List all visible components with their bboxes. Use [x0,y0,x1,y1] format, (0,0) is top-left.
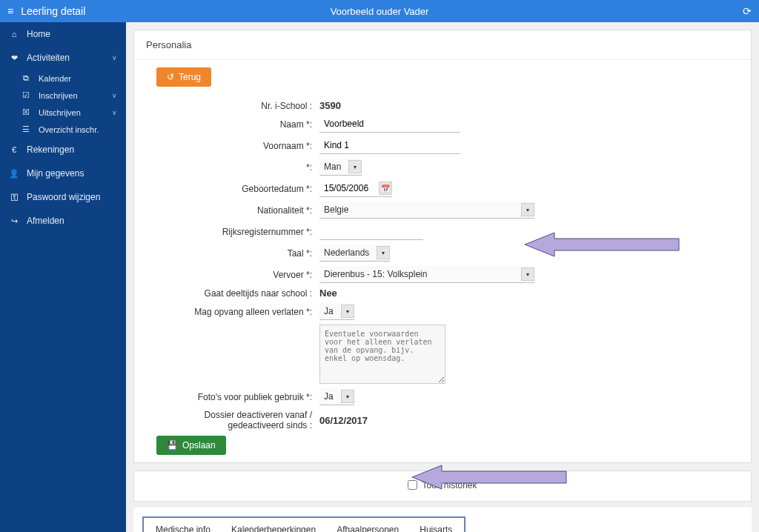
back-button-label: Terug [179,72,201,82]
nationaliteit-select[interactable]: Belgie ▾ [319,202,534,219]
dropdown-icon: ▾ [521,267,534,281]
label-opvang: Mag opvang alleen verlaten *: [156,307,319,317]
sidebar-subitem-overzicht[interactable]: ☰ Overzicht inschr. [0,121,126,138]
taal-select[interactable]: Nederlands ▾ [319,245,390,262]
label-deeltijds: Gaat deeltijds naar school : [156,288,319,299]
label-fotos: Foto's voor publiek gebruik *: [156,392,319,402]
sidebar-item-label: Mijn gegevens [27,168,84,179]
home-icon: ⌂ [9,30,19,39]
sidebar-subitem-inschrijven[interactable]: ☑ Inschrijven ∨ [0,87,126,104]
label-rijks: Rijksregisternummer *: [156,227,319,237]
sidebar-item-label: Uitschrijven [39,108,81,117]
svg-marker-0 [525,233,679,256]
dropdown-icon: ▾ [377,246,390,259]
tabs-panel: Medische info Kalenderbeperkingen Afhaal… [133,508,752,532]
sidebar-item-label: Home [27,29,50,39]
sidebar-item-label: Activiteiten [27,53,70,63]
taal-value: Nederlands [319,245,374,261]
sidebar-item-label: Rekeningen [27,144,74,155]
vervoer-value: Dierenbus - 15: Volksplein [319,266,431,282]
label-vervoer: Vervoer *: [156,270,319,280]
annotation-arrow [525,231,680,258]
vervoer-select[interactable]: Dierenbus - 15: Volksplein ▾ [319,266,534,283]
uncheck-icon: ☒ [21,107,31,117]
user-icon: 👤 [9,169,19,179]
sidebar-item-paswoord[interactable]: ⚿ Paswoord wijzigen [0,185,126,209]
topbar: ≡ Leerling detail Voorbeeld ouder Vader … [0,0,759,22]
dropdown-icon: ▾ [348,160,362,173]
svg-marker-1 [412,465,566,489]
tab-kalenderbeperkingen[interactable]: Kalenderbeperkingen [221,521,326,532]
opvang-value: Ja [319,303,338,319]
sidebar-item-afmelden[interactable]: ↪ Afmelden [0,209,126,233]
back-button[interactable]: ↺ Terug [156,67,211,87]
chevron-down-icon: ∨ [112,92,117,99]
sidebar-item-home[interactable]: ⌂ Home [0,22,126,46]
tab-afhaalpersonen[interactable]: Afhaalpersonen [326,521,409,532]
voornaam-input[interactable] [319,137,460,154]
undo-icon: ↺ [167,72,174,82]
label-geboorte: Geboortedatum *: [156,184,319,194]
euro-icon: € [9,145,19,154]
check-icon: ☑ [21,90,31,100]
sidebar-item-mijngegevens[interactable]: 👤 Mijn gegevens [0,162,126,185]
sidebar: ⌂ Home ❤ Activiteiten ∨ ⧉ Kalender ☑ Ins… [0,22,126,532]
rijks-input[interactable] [319,223,423,240]
geslacht-select[interactable]: Man ▾ [319,159,362,176]
sidebar-item-label: Paswoord wijzigen [27,192,100,202]
value-nr: 3590 [319,100,341,111]
heart-icon: ❤ [9,53,19,63]
label-naam: Naam *: [156,119,319,130]
fotos-select[interactable]: Ja ▾ [319,388,354,405]
opvang-select[interactable]: Ja ▾ [319,303,354,320]
calendar-icon: ⧉ [21,73,31,83]
main-content: Personalia ↺ Terug Nr. i-School : 3590 N… [126,22,759,532]
fotos-value: Ja [319,388,338,405]
chevron-down-icon: ∨ [112,54,117,61]
sidebar-item-label: Overzicht inschr. [39,125,99,134]
label-voornaam: Voornaam *: [156,141,319,151]
label-dossier: Dossier deactiveren vanaf / gedeactiveer… [156,410,319,431]
value-dossier: 06/12/2017 [319,415,368,426]
save-icon: 💾 [167,440,178,450]
annotation-arrow [412,464,568,491]
opvang-notes-textarea[interactable] [319,325,445,384]
logout-icon: ↪ [9,216,19,226]
key-icon: ⚿ [9,193,19,202]
geslacht-value: Man [319,159,345,175]
calendar-picker-icon[interactable]: 📅 [379,182,392,195]
sidebar-item-activiteiten[interactable]: ❤ Activiteiten ∨ [0,46,126,70]
chevron-down-icon: ∨ [112,109,117,116]
list-icon: ☰ [21,124,31,134]
sidebar-subitem-kalender[interactable]: ⧉ Kalender [0,70,126,87]
save-button-label: Opslaan [182,440,216,450]
label-nr: Nr. i-School : [156,101,319,111]
label-geslacht: *: [156,162,319,173]
dropdown-icon: ▾ [341,305,354,318]
value-deeltijds: Nee [319,287,337,299]
panel-title: Personalia [134,30,751,59]
geboorte-input[interactable] [319,180,379,196]
tab-medische-info[interactable]: Medische info [145,521,221,532]
sidebar-subitem-uitschrijven[interactable]: ☒ Uitschrijven ∨ [0,104,126,121]
sidebar-item-label: Kalender [39,74,71,83]
dropdown-icon: ▾ [521,203,534,216]
save-button[interactable]: 💾 Opslaan [156,436,226,455]
dropdown-icon: ▾ [341,390,354,403]
tab-huisarts[interactable]: Huisarts [409,521,463,532]
label-taal: Taal *: [156,248,319,259]
sidebar-item-rekeningen[interactable]: € Rekeningen [0,138,126,162]
tabs-container: Medische info Kalenderbeperkingen Afhaal… [142,516,465,532]
sidebar-item-label: Afmelden [27,216,64,226]
nationaliteit-value: Belgie [319,202,353,218]
sidebar-item-label: Inschrijven [39,91,78,100]
user-name-header: Voorbeeld ouder Vader [0,6,759,17]
naam-input[interactable] [319,116,460,133]
label-nationaliteit: Nationaliteit *: [156,205,319,216]
